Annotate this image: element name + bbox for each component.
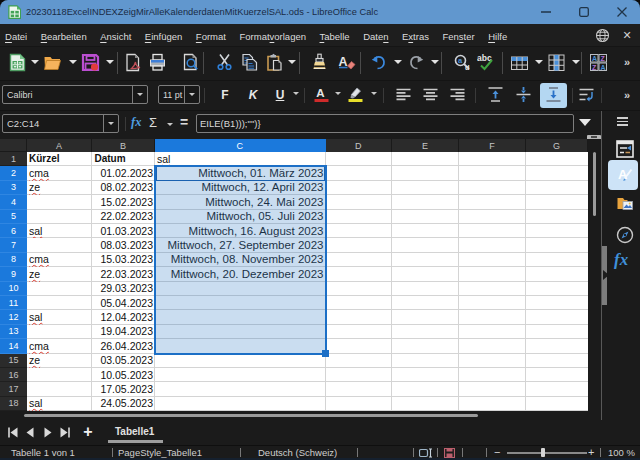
cell[interactable] [459,267,526,281]
row-header-4[interactable]: 4 [0,195,27,209]
cell[interactable] [155,382,326,396]
font-name-combobox[interactable]: Calibri [2,85,148,104]
cell[interactable]: sal [155,152,326,166]
first-sheet-icon[interactable] [8,427,18,438]
sidebar-hide-handle[interactable] [602,246,607,305]
cell[interactable] [326,195,393,209]
menu-bearbeiten[interactable]: Bearbeiten [41,31,87,42]
cut-icon[interactable] [215,53,234,72]
cell[interactable] [459,368,526,382]
font-size-combobox[interactable]: 11 pt [158,85,200,104]
column-headers[interactable]: ABCDEFG [0,139,588,152]
cell[interactable] [459,339,526,353]
cell[interactable] [459,181,526,195]
cell[interactable]: sal [27,310,92,324]
cell[interactable]: Mittwoch, 08. November 2023 [155,253,326,267]
zoom-slider-track[interactable] [507,452,587,454]
cell[interactable]: 03.05.2023 [92,354,155,368]
column-header-A[interactable]: A [27,139,92,152]
clone-formatting-icon[interactable] [310,53,329,72]
toolbar-overflow[interactable]: » [624,56,628,68]
row-header-17[interactable]: 17 [0,382,27,396]
formula-icon[interactable]: = [180,114,188,130]
cell[interactable] [526,210,588,224]
document-modified-icon[interactable] [444,448,455,458]
cell[interactable]: 26.04.2023 [92,339,155,353]
previous-sheet-icon[interactable] [25,427,35,438]
last-sheet-icon[interactable] [60,427,70,438]
cell[interactable]: 15.02.2023 [92,195,155,209]
cell[interactable] [27,238,92,252]
cell[interactable] [459,166,526,180]
cell[interactable]: cma [27,166,92,180]
column-header-F[interactable]: F [459,139,526,152]
cell-grid[interactable]: ABCDEFG 1KürzelDatumsal2cma01.02.2023Mit… [0,139,588,411]
cell[interactable] [392,152,459,166]
cell[interactable]: 22.03.2023 [92,267,155,281]
cell[interactable] [155,339,326,353]
cell[interactable] [326,238,393,252]
align-top-icon[interactable] [487,86,504,103]
cell[interactable] [326,339,393,353]
row-header-11[interactable]: 11 [0,296,27,310]
cell[interactable] [459,238,526,252]
row-header-14[interactable]: 14 [0,339,27,353]
document-close-icon[interactable]: ✕ [620,27,634,43]
cell[interactable] [459,253,526,267]
cell[interactable]: Mittwoch, 20. Dezember 2023 [155,267,326,281]
sort-icon[interactable]: A Z Z A [589,53,608,72]
column-header-D[interactable]: D [326,139,393,152]
redo-icon[interactable] [407,53,426,72]
font-name-dropdown[interactable] [132,86,147,103]
cell[interactable] [459,382,526,396]
cell[interactable] [526,267,588,281]
sidebar-settings-icon[interactable] [616,140,634,158]
center-vertically-icon[interactable] [515,86,532,103]
cell[interactable]: Datum [92,152,155,166]
name-box-dropdown[interactable] [103,115,118,132]
gallery-icon[interactable] [616,195,634,213]
export-pdf-icon[interactable] [124,53,143,72]
menu-fenster[interactable]: Fenster [442,31,474,42]
cell[interactable]: 15.03.2023 [92,253,155,267]
close-button[interactable] [605,0,639,24]
cell[interactable]: Kürzel [27,152,92,166]
cell[interactable] [27,195,92,209]
cell[interactable]: ze [27,181,92,195]
cell[interactable]: sal [27,397,92,411]
cell[interactable]: 17.05.2023 [92,382,155,396]
cell[interactable] [526,238,588,252]
align-bottom-icon[interactable] [545,86,562,103]
sidebar-menu-icon[interactable] [617,117,628,126]
row-header-12[interactable]: 12 [0,310,27,324]
cell[interactable] [526,195,588,209]
paste-dropdown[interactable] [288,60,296,64]
cell[interactable] [392,253,459,267]
cell[interactable] [27,282,92,296]
cell[interactable] [27,325,92,339]
cell[interactable] [326,325,393,339]
cell[interactable] [392,368,459,382]
insert-column-icon[interactable] [547,53,566,72]
cell[interactable] [27,368,92,382]
cell[interactable] [526,282,588,296]
language-globe-icon[interactable] [595,28,610,43]
row-header-13[interactable]: 13 [0,325,27,339]
cell[interactable] [155,354,326,368]
cell[interactable] [459,152,526,166]
cell[interactable] [392,397,459,411]
cell[interactable]: 08.03.2023 [92,238,155,252]
cell[interactable] [392,339,459,353]
cell[interactable] [459,282,526,296]
row-header-8[interactable]: 8 [0,253,27,267]
minimize-button[interactable] [529,0,563,24]
column-header-G[interactable]: G [526,139,588,152]
cell[interactable] [526,397,588,411]
column-header-E[interactable]: E [392,139,459,152]
row-header-10[interactable]: 10 [0,282,27,296]
font-size-dropdown[interactable] [184,86,199,103]
cell[interactable] [392,210,459,224]
underline-dropdown[interactable] [293,92,299,95]
underline-button[interactable]: U [273,85,287,104]
row-header-3[interactable]: 3 [0,181,27,195]
